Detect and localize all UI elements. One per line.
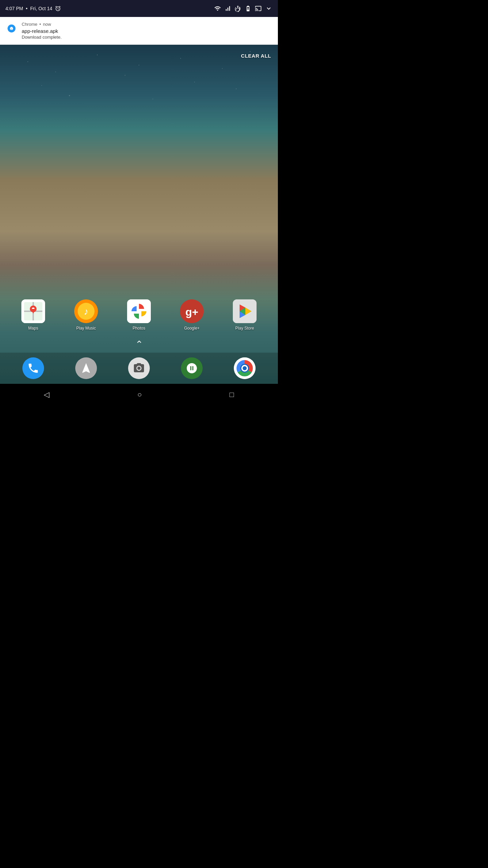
notification-content: Chrome • now app-release.apk Download co… [22, 22, 272, 40]
svg-rect-13 [127, 299, 151, 323]
nav-home-button[interactable]: ○ [137, 390, 142, 399]
app-dock-area: Maps ♪ Play Music [0, 294, 278, 384]
status-separator: • [26, 6, 27, 11]
status-time-date: 4:07 PM • Fri, Oct 14 [5, 5, 61, 12]
notif-dot: • [39, 22, 41, 27]
nav-recents-button[interactable]: □ [229, 390, 234, 399]
up-arrow-area[interactable]: ⌃ [0, 336, 278, 353]
app-row: Maps ♪ Play Music [0, 294, 278, 336]
notification-panel: ↓ Chrome • now app-release.apk Download … [0, 17, 278, 45]
status-time: 4:07 PM [5, 6, 23, 11]
svg-point-25 [243, 366, 247, 370]
app-item-google-plus[interactable]: g+ Google+ [180, 299, 204, 331]
app-item-maps[interactable]: Maps [21, 299, 45, 331]
dock-item-chrome[interactable] [234, 357, 256, 379]
status-bar: 4:07 PM • Fri, Oct 14 [0, 0, 278, 17]
dock-item-swype[interactable] [75, 357, 97, 379]
notif-time: now [43, 22, 51, 27]
signal-icon [224, 5, 231, 12]
up-arrow-icon[interactable]: ⌃ [135, 339, 143, 350]
notif-app-name: Chrome [22, 22, 37, 27]
status-date: Fri, Oct 14 [30, 6, 52, 11]
dock-item-phone[interactable] [22, 357, 44, 379]
maps-icon [21, 299, 45, 323]
photos-label: Photos [133, 326, 145, 331]
google-plus-icon: g+ [180, 299, 204, 323]
app-item-play-music[interactable]: ♪ Play Music [74, 299, 98, 331]
expand-icon[interactable] [265, 5, 272, 12]
notification-header: Chrome • now [22, 22, 272, 27]
notif-body: Download complete. [22, 35, 272, 40]
play-store-label: Play Store [235, 326, 254, 331]
svg-text:g+: g+ [185, 306, 198, 318]
photos-icon [127, 299, 151, 323]
svg-text:↓: ↓ [11, 26, 13, 31]
svg-point-21 [137, 367, 141, 370]
dock-item-camera[interactable] [128, 357, 150, 379]
main-area: CLEAR ALL [0, 45, 278, 384]
play-music-icon-wrapper: ♪ [74, 299, 98, 323]
status-icons [214, 5, 272, 12]
notification-item-chrome[interactable]: ↓ Chrome • now app-release.apk Download … [0, 17, 278, 45]
chrome-notif-icon: ↓ [5, 22, 18, 35]
cast-icon [255, 5, 262, 12]
play-music-label: Play Music [76, 326, 96, 331]
dock-item-hangouts[interactable] [181, 357, 203, 379]
google-plus-label: Google+ [184, 326, 200, 331]
nav-back-button[interactable]: ◁ [44, 390, 49, 399]
clear-all-button[interactable]: CLEAR ALL [241, 53, 271, 59]
wifi-icon [214, 5, 221, 12]
rotation-lock-icon [235, 5, 241, 12]
nav-bar: ◁ ○ □ [0, 384, 278, 406]
app-item-photos[interactable]: Photos [127, 299, 151, 331]
maps-label: Maps [28, 326, 38, 331]
alarm-icon [55, 5, 61, 12]
notif-title: app-release.apk [22, 28, 272, 34]
svg-text:♪: ♪ [84, 306, 88, 317]
app-item-play-store[interactable]: Play Store [233, 299, 257, 331]
bottom-dock [0, 353, 278, 384]
play-store-icon-wrapper [233, 299, 257, 323]
battery-icon [245, 5, 251, 12]
